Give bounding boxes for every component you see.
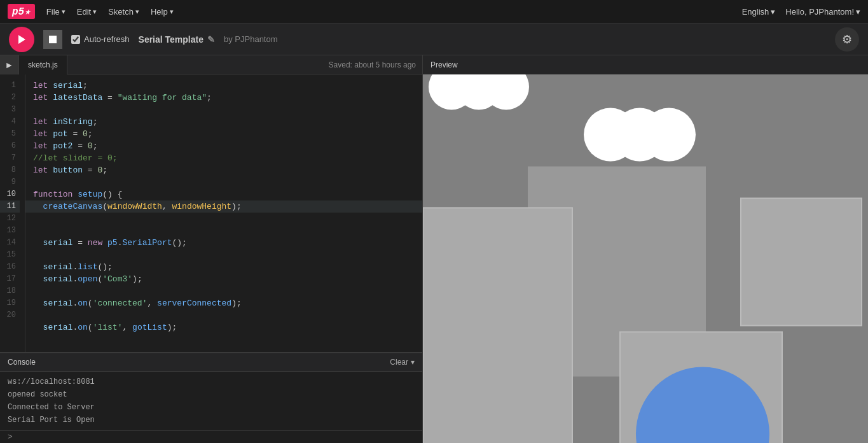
sketch-name: Serial Template [139,34,203,45]
top-navbar: p5★ File Edit Sketch Help English ▾ Hell… [0,0,868,24]
svg-point-7 [642,108,696,162]
language-chevron-icon: ▾ [771,7,775,17]
main-area: ► sketch.js Saved: about 5 hours ago 1 2… [0,55,868,443]
nav-menu: File Edit Sketch Help [46,7,742,17]
toolbar: Auto-refresh Serial Template ✎ by PJPhan… [0,24,868,55]
code-text[interactable]: let serial; let latestData = "waiting fo… [25,74,422,352]
svg-marker-0 [18,35,25,44]
console-input-area: > [0,430,422,443]
console-line: opened socket [8,388,415,401]
preview-panel: Preview [423,55,868,443]
console-output: ws://localhost:8081 opened socket Connec… [0,372,422,430]
user-menu[interactable]: Hello, PJPhantom! ▾ [785,7,860,17]
code-content: 1 2 3 4 5 6 7 8 9 10 11 12 13 14 15 16 1 [0,74,422,352]
code-editor[interactable]: 1 2 3 4 5 6 7 8 9 10 11 12 13 14 15 16 1 [0,74,422,352]
language-label: English [742,7,769,17]
edit-sketch-icon[interactable]: ✎ [207,34,215,45]
run-button[interactable] [9,27,34,52]
stop-button[interactable] [43,30,62,49]
svg-rect-9 [741,199,862,326]
nav-file[interactable]: File [46,7,65,17]
nav-help[interactable]: Help [151,7,174,17]
auto-refresh-toggle[interactable]: Auto-refresh [71,34,130,44]
filename: sketch.js [28,60,58,69]
user-label: Hello, PJPhantom! [785,7,854,17]
preview-svg [423,74,868,443]
file-tab-sketchjs[interactable]: sketch.js [19,55,67,74]
svg-rect-10 [423,208,572,444]
sketch-title-area: Serial Template ✎ [139,34,215,45]
user-chevron-icon: ▾ [856,7,860,17]
console-line: ws://localhost:8081 [8,376,415,388]
console-line: Serial Port is Open [8,414,415,426]
editor-panel: ► sketch.js Saved: about 5 hours ago 1 2… [0,55,423,443]
console-panel: Console Clear ▾ ws://localhost:8081 open… [0,352,422,443]
auto-refresh-label: Auto-refresh [84,34,130,44]
preview-canvas [423,74,868,443]
p5-logo[interactable]: p5★ [8,4,35,19]
preview-title: Preview [431,60,458,69]
language-selector[interactable]: English ▾ [742,7,776,17]
auto-refresh-checkbox[interactable] [71,35,80,44]
nav-sketch[interactable]: Sketch [108,7,139,17]
console-clear-button[interactable]: Clear ▾ [390,358,415,367]
console-header: Console Clear ▾ [0,353,422,372]
line-numbers: 1 2 3 4 5 6 7 8 9 10 11 12 13 14 15 16 1 [0,74,25,352]
topbar-right: English ▾ Hello, PJPhantom! ▾ [742,7,860,17]
gear-icon: ⚙ [842,32,852,46]
nav-edit[interactable]: Edit [77,7,97,17]
stop-icon [49,36,57,43]
sketch-author: by PJPhantom [224,34,278,44]
console-prompt: > [8,432,13,442]
clear-label: Clear [390,358,408,367]
save-status: Saved: about 5 hours ago [329,60,422,69]
console-input[interactable] [17,433,415,442]
console-title: Console [8,358,36,367]
file-tabbar: ► sketch.js Saved: about 5 hours ago [0,55,422,74]
console-line: Connected to Server [8,401,415,414]
toggle-sidebar-button[interactable]: ► [0,55,19,74]
console-chevron-icon: ▾ [411,358,415,367]
play-icon [17,34,26,45]
preview-header: Preview [423,55,868,74]
settings-button[interactable]: ⚙ [835,27,859,52]
